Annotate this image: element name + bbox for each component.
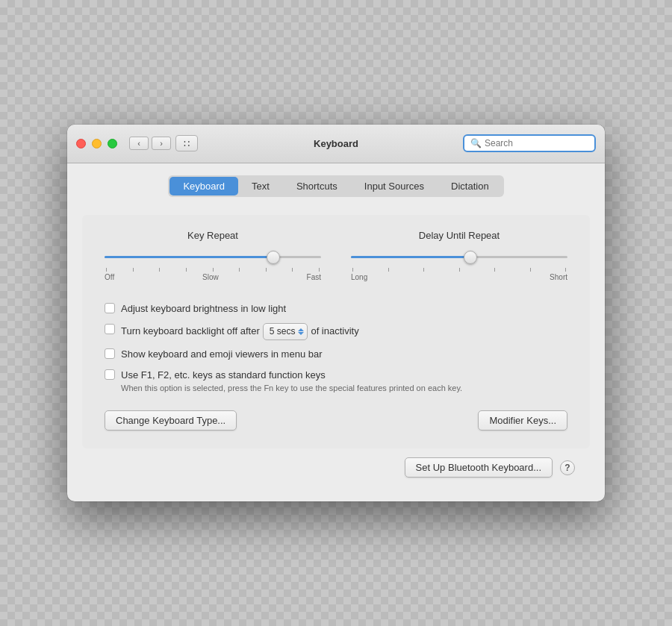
- key-repeat-line: [105, 256, 321, 258]
- traffic-lights: [76, 139, 117, 148]
- delay-repeat-title: Delay Until Repeat: [351, 230, 567, 241]
- tick: [530, 268, 531, 272]
- fn-keys-checkbox[interactable]: [105, 369, 115, 380]
- fn-keys-label: Use F1, F2, etc. keys as standard functi…: [121, 369, 462, 382]
- dropdown-value: 5 secs: [270, 325, 296, 338]
- search-icon: 🔍: [470, 138, 482, 148]
- fn-keys-sublabel: When this option is selected, press the …: [121, 384, 462, 392]
- delay-long-label: Long: [351, 273, 367, 281]
- tab-shortcuts[interactable]: Shortcuts: [283, 177, 351, 195]
- help-button[interactable]: ?: [560, 460, 575, 475]
- delay-repeat-group: Delay Until Repeat: [351, 230, 567, 281]
- key-repeat-thumb[interactable]: [267, 251, 280, 264]
- key-repeat-slow-label: Slow: [202, 273, 219, 281]
- brightness-checkbox[interactable]: [105, 303, 115, 313]
- tick: [159, 268, 160, 272]
- delay-repeat-line: [351, 256, 567, 258]
- panel-bottom-row: Change Keyboard Type... Modifier Keys...: [105, 410, 567, 431]
- tick: [292, 268, 293, 272]
- checkbox-section: Adjust keyboard brightness in low light …: [105, 302, 567, 392]
- tick: [213, 268, 214, 272]
- footer-row: Set Up Bluetooth Keyboard... ?: [82, 448, 590, 486]
- tick: [239, 268, 240, 272]
- key-repeat-labels: Off Slow Fast: [105, 273, 321, 281]
- tick: [352, 268, 353, 272]
- fn-keys-row: Use F1, F2, etc. keys as standard functi…: [105, 369, 567, 392]
- delay-repeat-labels: Long Short: [351, 273, 567, 281]
- grid-button[interactable]: ∷: [175, 135, 198, 151]
- delay-repeat-ticks: [351, 268, 567, 272]
- delay-repeat-fill: [351, 256, 470, 258]
- tab-input-sources[interactable]: Input Sources: [351, 177, 438, 195]
- tick: [423, 268, 424, 272]
- key-repeat-track[interactable]: [105, 250, 321, 265]
- nav-buttons: ‹ ›: [129, 137, 171, 150]
- emoji-row: Show keyboard and emoji viewers in menu …: [105, 348, 567, 361]
- tab-text[interactable]: Text: [238, 177, 283, 195]
- change-keyboard-button[interactable]: Change Keyboard Type...: [105, 410, 237, 431]
- tick: [388, 268, 389, 272]
- modifier-keys-button[interactable]: Modifier Keys...: [478, 410, 567, 431]
- tick: [133, 268, 134, 272]
- backlight-label: Turn keyboard backlight off after 5 secs…: [121, 323, 359, 340]
- backlight-text: Turn keyboard backlight off after: [121, 325, 260, 338]
- emoji-label: Show keyboard and emoji viewers in menu …: [121, 348, 323, 361]
- close-button[interactable]: [76, 139, 86, 148]
- inactivity-suffix: of inactivity: [311, 325, 358, 338]
- key-repeat-fill: [105, 256, 273, 258]
- bluetooth-button[interactable]: Set Up Bluetooth Keyboard...: [405, 457, 553, 478]
- tab-dictation[interactable]: Dictation: [438, 177, 503, 195]
- maximize-button[interactable]: [108, 139, 117, 148]
- keyboard-preferences-window: ‹ › ∷ Keyboard 🔍 Keyboard Text Shortcuts…: [67, 125, 605, 501]
- tick: [565, 268, 566, 272]
- backlight-row: Turn keyboard backlight off after 5 secs…: [105, 323, 567, 340]
- search-box[interactable]: 🔍: [463, 134, 596, 152]
- fn-keys-label-group: Use F1, F2, etc. keys as standard functi…: [121, 369, 462, 392]
- tick: [319, 268, 320, 272]
- backlight-checkbox[interactable]: [105, 324, 115, 334]
- key-repeat-fast-label: Fast: [307, 273, 321, 281]
- key-repeat-ticks: [105, 268, 321, 272]
- tick: [186, 268, 187, 272]
- key-repeat-title: Key Repeat: [105, 230, 321, 241]
- delay-repeat-track[interactable]: [351, 250, 567, 265]
- tick: [459, 268, 460, 272]
- delay-repeat-thumb[interactable]: [464, 251, 477, 264]
- key-repeat-group: Key Repeat: [105, 230, 321, 281]
- delay-short-label: Short: [550, 273, 567, 281]
- back-button[interactable]: ‹: [129, 137, 149, 150]
- minimize-button[interactable]: [92, 139, 102, 148]
- dropdown-arrow-icon: [298, 328, 304, 335]
- inactivity-dropdown[interactable]: 5 secs: [263, 323, 308, 340]
- content-area: Keyboard Text Shortcuts Input Sources Di…: [67, 163, 605, 501]
- brightness-row: Adjust keyboard brightness in low light: [105, 302, 567, 316]
- key-repeat-off-label: Off: [105, 273, 114, 281]
- sliders-row: Key Repeat: [105, 230, 567, 281]
- tick: [106, 268, 107, 272]
- window-title: Keyboard: [314, 138, 358, 149]
- tab-keyboard[interactable]: Keyboard: [169, 177, 238, 195]
- tick: [494, 268, 495, 272]
- search-input[interactable]: [485, 138, 588, 148]
- tick: [266, 268, 267, 272]
- forward-button[interactable]: ›: [152, 137, 171, 150]
- titlebar: ‹ › ∷ Keyboard 🔍: [67, 125, 605, 163]
- emoji-checkbox[interactable]: [105, 348, 115, 359]
- brightness-label: Adjust keyboard brightness in low light: [121, 302, 286, 316]
- tab-bar: Keyboard Text Shortcuts Input Sources Di…: [168, 175, 503, 197]
- keyboard-panel: Key Repeat: [82, 215, 590, 448]
